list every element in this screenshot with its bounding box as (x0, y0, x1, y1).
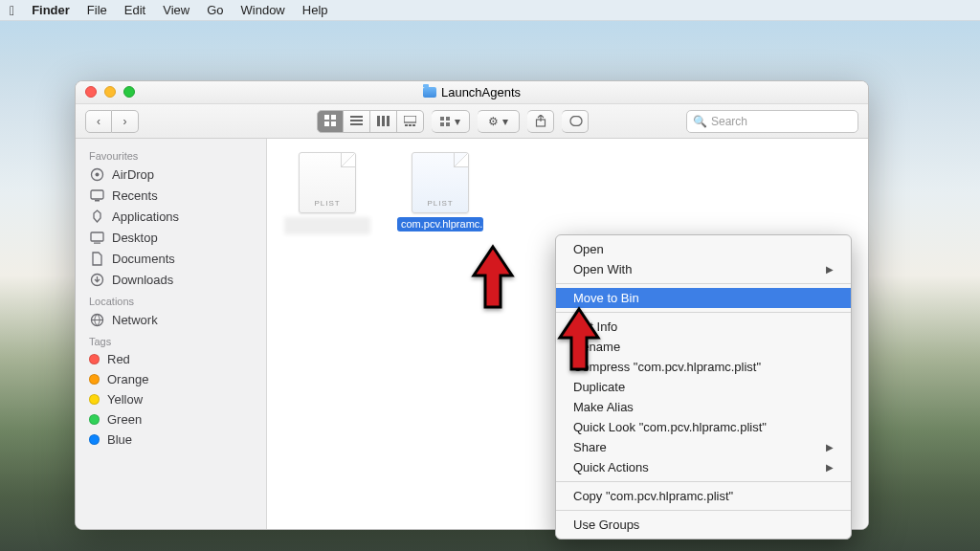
folder-icon (423, 87, 436, 98)
sidebar: Favourites AirDrop Recents Applications … (76, 139, 267, 529)
close-button[interactable] (85, 86, 97, 98)
tag-dot-icon (89, 374, 100, 385)
ctx-duplicate[interactable]: Duplicate (556, 377, 851, 397)
zoom-button[interactable] (123, 86, 135, 98)
arrange-button[interactable]: ▾ (432, 110, 470, 133)
sidebar-tag-yellow[interactable]: Yellow (76, 389, 266, 409)
file-name: com.pcv.hlpramc.plist (397, 217, 483, 231)
plist-file-icon: PLIST (299, 152, 356, 213)
ctx-open-with[interactable]: Open With▶ (556, 259, 851, 279)
sidebar-section-locations: Locations (76, 290, 266, 309)
view-list-button[interactable] (344, 110, 370, 133)
toolbar: ‹ › ▾ ⚙ ▾ 🔍 Search (76, 104, 868, 139)
svg-rect-4 (350, 116, 363, 118)
nav-buttons: ‹ › (85, 110, 139, 133)
svg-rect-13 (412, 124, 415, 126)
ctx-separator (556, 481, 851, 482)
plist-file-icon: PLIST (412, 152, 469, 213)
svg-rect-14 (440, 117, 444, 121)
airdrop-icon (89, 166, 104, 182)
desktop-icon (89, 230, 104, 245)
menu-view[interactable]: View (163, 3, 189, 17)
sidebar-tag-orange[interactable]: Orange (76, 369, 266, 389)
svg-rect-23 (95, 200, 100, 202)
submenu-arrow-icon: ▶ (826, 442, 834, 452)
search-field[interactable]: 🔍 Search (686, 110, 858, 133)
ctx-share[interactable]: Share▶ (556, 437, 851, 457)
sidebar-item-recents[interactable]: Recents (76, 185, 266, 206)
menu-file[interactable]: File (87, 3, 107, 17)
file-name-blurred (284, 217, 370, 234)
menu-window[interactable]: Window (241, 3, 285, 17)
context-menu: Open Open With▶ Move to Bin Get Info Ren… (555, 234, 852, 540)
svg-rect-17 (446, 122, 450, 126)
ctx-copy[interactable]: Copy "com.pcv.hlpramc.plist" (556, 486, 851, 506)
applications-icon (89, 209, 104, 224)
sidebar-tag-green[interactable]: Green (76, 409, 266, 430)
network-icon (89, 312, 104, 327)
menu-help[interactable]: Help (302, 3, 328, 17)
svg-point-21 (95, 172, 99, 176)
view-gallery-button[interactable] (397, 110, 424, 133)
file-item-selected[interactable]: PLIST com.pcv.hlpramc.plist (397, 152, 483, 231)
downloads-icon (89, 272, 104, 287)
svg-rect-0 (324, 115, 329, 120)
window-titlebar[interactable]: LaunchAgents (76, 81, 868, 104)
sidebar-item-applications[interactable]: Applications (76, 206, 266, 227)
svg-rect-6 (350, 123, 363, 125)
svg-rect-19 (570, 117, 582, 126)
sidebar-tag-red[interactable]: Red (76, 349, 266, 369)
view-icon-button[interactable] (317, 110, 344, 133)
ctx-rename[interactable]: Rename (556, 337, 851, 357)
view-switcher (317, 110, 424, 133)
ctx-compress[interactable]: Compress "com.pcv.hlpramc.plist" (556, 357, 851, 377)
window-title-text: LaunchAgents (441, 85, 521, 99)
ctx-move-to-bin[interactable]: Move to Bin (556, 288, 851, 308)
action-button[interactable]: ⚙ ▾ (478, 110, 520, 133)
sidebar-item-network[interactable]: Network (76, 309, 266, 330)
svg-rect-5 (350, 120, 363, 121)
sidebar-item-documents[interactable]: Documents (76, 248, 266, 269)
svg-rect-1 (331, 115, 336, 120)
app-menu[interactable]: Finder (32, 3, 70, 17)
ctx-make-alias[interactable]: Make Alias (556, 397, 851, 417)
tag-dot-icon (89, 414, 100, 425)
svg-rect-12 (409, 124, 412, 126)
svg-rect-10 (404, 116, 416, 122)
file-item[interactable]: PLIST (284, 152, 370, 234)
sidebar-item-desktop[interactable]: Desktop (76, 227, 266, 248)
submenu-arrow-icon: ▶ (826, 462, 834, 473)
ctx-open[interactable]: Open (556, 239, 851, 259)
ctx-separator (556, 312, 851, 313)
view-column-button[interactable] (370, 110, 397, 133)
svg-rect-16 (440, 122, 444, 126)
sidebar-item-downloads[interactable]: Downloads (76, 269, 266, 290)
sidebar-section-favourites: Favourites (76, 144, 266, 164)
ctx-quick-actions[interactable]: Quick Actions▶ (556, 457, 851, 477)
svg-rect-25 (94, 242, 100, 243)
back-button[interactable]: ‹ (85, 110, 112, 133)
svg-rect-2 (324, 121, 329, 126)
forward-button[interactable]: › (112, 110, 139, 133)
apple-menu-icon[interactable]:  (10, 3, 14, 18)
minimize-button[interactable] (104, 86, 116, 98)
sidebar-tag-blue[interactable]: Blue (76, 430, 266, 450)
system-menubar:  Finder File Edit View Go Window Help (0, 0, 980, 21)
ctx-get-info[interactable]: Get Info (556, 317, 851, 337)
submenu-arrow-icon: ▶ (826, 264, 834, 275)
tag-dot-icon (89, 354, 100, 364)
menu-go[interactable]: Go (207, 3, 223, 17)
window-title: LaunchAgents (423, 85, 521, 99)
tags-button[interactable] (562, 110, 589, 133)
search-placeholder: Search (711, 115, 747, 128)
svg-rect-9 (387, 116, 390, 126)
menu-edit[interactable]: Edit (124, 3, 145, 17)
ctx-use-groups[interactable]: Use Groups (556, 515, 851, 535)
svg-rect-15 (446, 117, 450, 121)
svg-rect-11 (405, 124, 408, 126)
share-button[interactable] (527, 110, 554, 133)
tag-dot-icon (89, 394, 100, 405)
ctx-quick-look[interactable]: Quick Look "com.pcv.hlpramc.plist" (556, 417, 851, 437)
sidebar-item-airdrop[interactable]: AirDrop (76, 164, 266, 185)
search-icon: 🔍 (693, 115, 707, 128)
